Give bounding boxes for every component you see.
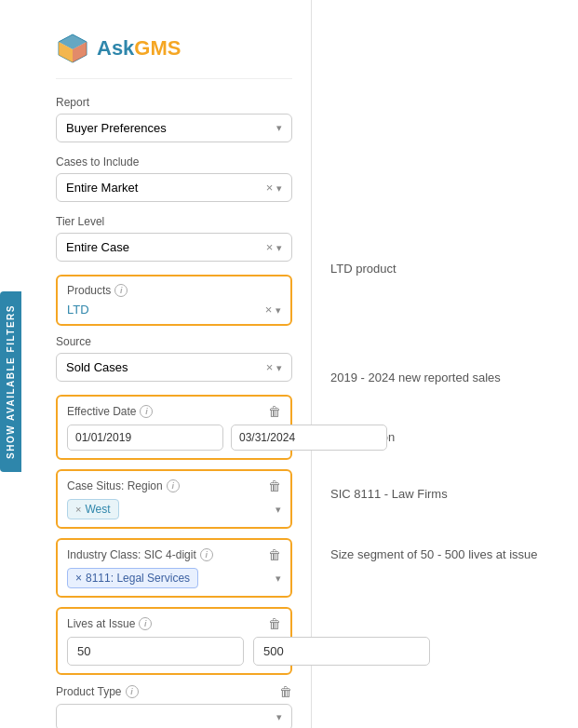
products-value: LTD	[67, 303, 265, 317]
lives-row	[67, 637, 281, 666]
lives-at-issue-hint: Size segment of 50 - 500 lives at issue	[330, 543, 538, 567]
case-situs-info-icon[interactable]: i	[167, 479, 180, 492]
industry-class-label: Industry Class: SIC 4-digit i	[67, 548, 213, 561]
case-situs-label: Case Situs: Region i	[67, 479, 180, 492]
products-select[interactable]: LTD × ▾	[67, 303, 281, 317]
industry-class-filter-group: Industry Class: SIC 4-digit i 🗑 × 8111: …	[56, 538, 292, 598]
industry-class-info-icon[interactable]: i	[200, 548, 213, 561]
product-type-section: Product Type i 🗑 ▾	[56, 684, 292, 728]
products-dropdown-arrow: ▾	[276, 304, 281, 316]
app-header: AskGMS	[56, 19, 292, 79]
case-situs-trash-icon[interactable]: 🗑	[268, 479, 281, 493]
effective-date-start[interactable]	[67, 425, 223, 451]
effective-date-label: Effective Date i	[67, 405, 153, 418]
tier-level-section: Tier Level Entire Case × ▾	[56, 215, 292, 262]
industry-dropdown-arrow[interactable]: ▾	[276, 573, 281, 585]
products-clear-button[interactable]: ×	[265, 303, 273, 317]
effective-date-hint: 2019 - 2024 new reported sales	[330, 366, 501, 390]
case-situs-dropdown-arrow[interactable]: ▾	[276, 504, 281, 516]
source-value: Sold Cases	[66, 360, 128, 374]
cases-to-include-section: Cases to Include Entire Market × ▾	[56, 155, 292, 202]
source-select[interactable]: Sold Cases × ▾	[56, 353, 292, 382]
industry-tag-close[interactable]: ×	[75, 572, 82, 585]
product-type-trash-icon[interactable]: 🗑	[279, 684, 292, 699]
case-situs-field: × West	[67, 499, 276, 519]
report-label: Report	[56, 96, 292, 109]
date-range	[67, 425, 281, 451]
effective-date-trash-icon[interactable]: 🗑	[268, 404, 281, 419]
left-panel: AskGMS Report Buyer Preferences ▾ Ca	[28, 0, 312, 728]
app-logo-text: AskGMS	[97, 36, 181, 61]
industry-tag-area: × 8111: Legal Services	[67, 568, 198, 588]
product-type-info-icon[interactable]: i	[126, 685, 139, 698]
cases-to-include-label: Cases to Include	[56, 155, 292, 169]
source-section: Source Sold Cases × ▾	[56, 335, 292, 382]
report-section: Report Buyer Preferences ▾	[56, 96, 292, 142]
tier-value: Entire Case	[66, 240, 129, 254]
industry-class-trash-icon[interactable]: 🗑	[268, 547, 281, 562]
cases-dropdown-arrow: ▾	[276, 182, 282, 194]
report-value: Buyer Preferences	[66, 121, 167, 135]
product-type-label: Product Type i 🗑	[56, 684, 292, 699]
industry-class-hint: SIC 8111 - Law Firms	[330, 482, 448, 506]
west-tag: × West	[67, 499, 119, 519]
products-hint: LTD product	[330, 257, 397, 281]
lives-at-issue-trash-icon[interactable]: 🗑	[268, 616, 281, 631]
cases-to-include-select[interactable]: Entire Market × ▾	[56, 173, 292, 202]
cases-value: Entire Market	[66, 181, 138, 195]
product-type-dropdown-arrow: ▾	[276, 711, 282, 723]
effective-date-end[interactable]	[231, 425, 387, 451]
source-label: Source	[56, 335, 292, 348]
cases-clear-button[interactable]: ×	[266, 181, 274, 195]
source-clear-button[interactable]: ×	[266, 360, 274, 374]
product-type-select[interactable]: ▾	[56, 704, 292, 728]
lives-at-issue-label: Lives at Issue i	[67, 617, 152, 630]
right-panel: LTD product 2019 - 2024 new reported sal…	[312, 0, 578, 728]
products-filter-group: Products i LTD × ▾	[56, 275, 292, 326]
tier-level-label: Tier Level	[56, 215, 292, 228]
effective-date-filter-group: Effective Date i 🗑	[56, 395, 292, 460]
report-select[interactable]: Buyer Preferences ▾	[56, 114, 292, 142]
lives-min-input[interactable]	[67, 637, 244, 666]
tier-clear-button[interactable]: ×	[266, 240, 274, 254]
west-tag-close[interactable]: ×	[75, 504, 81, 515]
lives-at-issue-info-icon[interactable]: i	[139, 617, 152, 630]
tier-dropdown-arrow: ▾	[276, 242, 282, 253]
source-dropdown-arrow: ▾	[276, 362, 282, 373]
products-label: Products i	[67, 284, 128, 297]
industry-tag: × 8111: Legal Services	[67, 568, 198, 588]
lives-max-input[interactable]	[253, 637, 430, 666]
show-filters-tab[interactable]: SHOW AVAILABLE FILTERS	[0, 291, 21, 472]
case-situs-filter-group: Case Situs: Region i 🗑 × West ▾	[56, 469, 292, 529]
products-info-icon[interactable]: i	[114, 284, 128, 297]
logo-icon	[56, 32, 89, 65]
tier-level-select[interactable]: Entire Case × ▾	[56, 233, 292, 262]
effective-date-info-icon[interactable]: i	[140, 405, 153, 418]
lives-at-issue-filter-group: Lives at Issue i 🗑	[56, 607, 292, 675]
report-dropdown-arrow: ▾	[276, 122, 282, 134]
